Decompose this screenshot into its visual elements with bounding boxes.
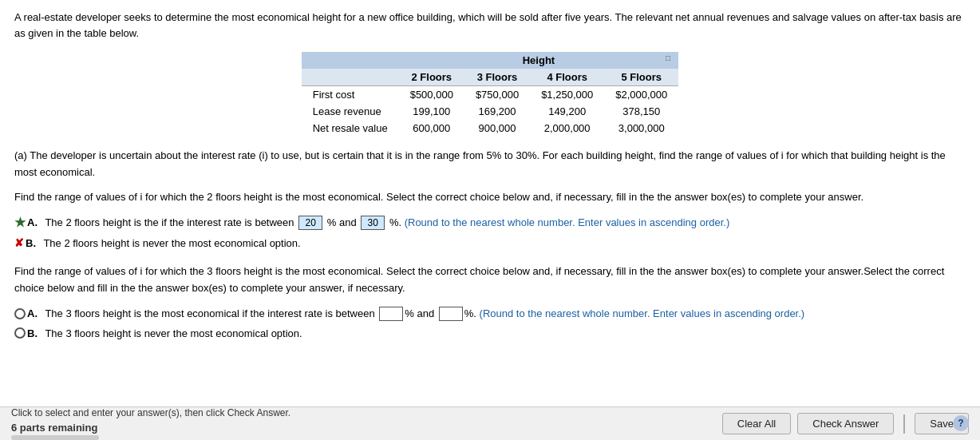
footer-bar: Click to select and enter your answer(s)…	[0, 406, 980, 440]
cell-lease-5f: 378,150	[604, 103, 678, 120]
input-2floors-value1[interactable]	[298, 216, 322, 230]
cell-resale-5f: 3,000,000	[604, 120, 678, 137]
intro-text: A real-estate developer seeks to determi…	[14, 10, 966, 41]
option-a-unit1: % and	[324, 216, 359, 228]
option-3a-text-before: The 3 floors height is the most economic…	[42, 307, 377, 319]
option-3floors-a[interactable]: A. The 3 floors height is the most econo…	[14, 307, 966, 321]
section-b-text1: Find the range of values of i for which …	[14, 264, 966, 297]
cell-firstcost-5f: $2,000,000	[604, 86, 678, 104]
section-a-intro: (a) The developer is uncertain about the…	[14, 148, 966, 205]
input-3floors-value1[interactable]	[379, 307, 403, 321]
row-label-firstcost: First cost	[302, 86, 399, 104]
table-row: Lease revenue 199,100 169,200 149,200 37…	[302, 103, 679, 120]
footer-separator	[903, 414, 905, 434]
parts-remaining-label: 6 parts remaining	[11, 422, 290, 434]
clear-all-button[interactable]: Clear All	[722, 413, 791, 434]
input-2floors-value2[interactable]	[361, 216, 385, 230]
row-label-resale: Net resale value	[302, 120, 399, 137]
footer-left: Click to select and enter your answer(s)…	[11, 407, 290, 440]
option-a-note: (Round to the nearest whole number. Ente…	[405, 216, 730, 228]
option-a-label: A.	[27, 216, 38, 228]
option-b-label: B.	[26, 237, 36, 249]
check-answer-button[interactable]: Check Answer	[797, 413, 894, 434]
option-a-unit2: %.	[386, 216, 404, 228]
cell-resale-4f: 2,000,000	[530, 120, 604, 137]
cell-firstcost-4f: $1,250,000	[530, 86, 604, 104]
cell-lease-2f: 199,100	[399, 103, 464, 120]
option-2floors-a: ★ A. The 2 floors height is the if the i…	[14, 215, 966, 230]
col-4floors: 4 Floors	[530, 69, 604, 86]
cell-resale-3f: 900,000	[464, 120, 530, 137]
table-row: First cost $500,000 $750,000 $1,250,000 …	[302, 86, 679, 104]
radio-3a-icon[interactable]	[14, 308, 26, 319]
cell-resale-2f: 600,000	[399, 120, 464, 137]
input-3floors-value2[interactable]	[439, 307, 463, 321]
section-a-text2: Find the range of values of i for which …	[14, 189, 966, 206]
star-correct-icon: ★	[14, 215, 26, 230]
x-wrong-icon: ✘	[14, 236, 24, 249]
section-b-intro: Find the range of values of i for which …	[14, 264, 966, 297]
section-a-text1: (a) The developer is uncertain about the…	[14, 148, 966, 181]
option-2floors-b: ✘ B. The 2 floors height is never the mo…	[14, 236, 966, 249]
height-header: Height	[399, 52, 679, 69]
option-3b-indicator: B.	[14, 327, 38, 339]
parts-remaining-section: Click to select and enter your answer(s)…	[11, 407, 290, 440]
option-3a-label: A.	[27, 307, 38, 319]
row-label-lease: Lease revenue	[302, 103, 399, 120]
progress-bar-container	[11, 435, 99, 440]
data-table: Height 2 Floors 3 Floors 4 Floors 5 Floo…	[302, 52, 679, 137]
cell-lease-4f: 149,200	[530, 103, 604, 120]
cell-firstcost-3f: $750,000	[464, 86, 530, 104]
col-3floors: 3 Floors	[464, 69, 530, 86]
option-3a-note: (Round to the nearest whole number. Ente…	[480, 307, 805, 319]
option-3a-unit1: % and	[405, 307, 437, 319]
col-2floors: 2 Floors	[399, 69, 464, 86]
help-icon[interactable]: ?	[953, 415, 969, 431]
click-instruction: Click to select and enter your answer(s)…	[11, 407, 290, 418]
option-b-indicator: ✘ B.	[14, 236, 36, 249]
option-3a-indicator: A.	[14, 307, 38, 319]
option-3b-label: B.	[27, 327, 38, 339]
option-b-text: The 2 floors height is never the most ec…	[41, 237, 301, 249]
radio-3b-icon[interactable]	[14, 327, 26, 339]
cell-firstcost-2f: $500,000	[399, 86, 464, 104]
option-a-indicator: ★ A.	[14, 215, 38, 230]
footer-right: Clear All Check Answer Save	[722, 413, 969, 434]
table-row: Net resale value 600,000 900,000 2,000,0…	[302, 120, 679, 137]
resize-icon[interactable]: □	[666, 54, 670, 62]
col-5floors: 5 Floors	[604, 69, 678, 86]
cell-lease-3f: 169,200	[464, 103, 530, 120]
option-3floors-b[interactable]: B. The 3 floors height is never the most…	[14, 327, 966, 339]
option-a-text-before: The 2 floors height is the if the intere…	[42, 216, 297, 228]
option-3a-unit2: %.	[464, 307, 480, 319]
option-3b-text: The 3 floors height is never the most ec…	[42, 327, 302, 339]
